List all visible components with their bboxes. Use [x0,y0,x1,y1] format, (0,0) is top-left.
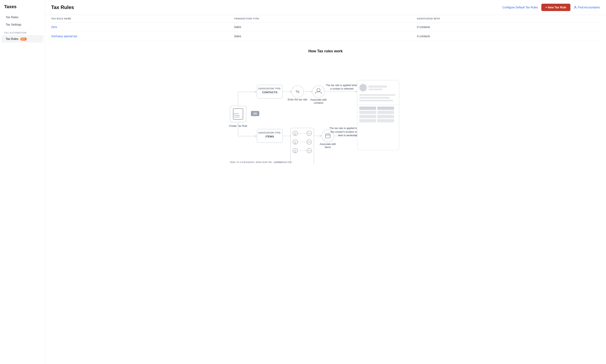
configure-default-tax-rules-button[interactable]: Configure Default Tax Rules [502,6,538,9]
svg-marker-56 [320,135,322,137]
sidebar-item-tax-settings[interactable]: Tax Settings [2,21,43,28]
main-content: Tax Rules Configure Default Tax Rules + … [45,0,606,364]
svg-point-51 [295,152,296,153]
associated-with-germany: 0 contacts [417,35,600,38]
svg-point-70 [359,84,367,91]
svg-text:Enter the tax rate: Enter the tax rate [288,98,307,101]
svg-text:items: items [325,146,331,149]
associated-with-zero: 0 contacts [417,25,600,29]
table-row: Zero Sales 0 contacts [51,23,600,32]
table-header: TAX RULE NAME TRANSACTION TYPE ASSOCIATE… [51,15,600,23]
page-header: Tax Rules Configure Default Tax Rules + … [45,0,606,15]
svg-marker-12 [255,135,257,137]
svg-rect-83 [359,119,376,122]
svg-rect-38 [290,128,314,164]
svg-rect-84 [377,119,394,122]
transaction-type-zero: Sales [234,25,417,29]
sidebar-nav: Tax Rates Tax Settings TAX AUTOMATION Ta… [0,13,45,42]
col-associated-with: ASSOCIATED WITH [417,17,600,20]
sidebar-item-tax-rules[interactable]: Tax Rules NEW [2,35,43,42]
tax-rule-germany-link[interactable]: Germany special tax [51,35,234,38]
svg-text:CONTACTS: CONTACTS [262,91,277,94]
svg-rect-78 [377,106,394,110]
new-badge: NEW [20,38,26,40]
how-section-title: How Tax rules work [308,49,343,53]
tax-rules-diagram: Create Tax Rule OR ASSOCIATION TYPE: [225,62,426,164]
svg-text:ITEMS: ITEMS [265,135,274,138]
svg-text:Note: In a transaction, when b: Note: In a transaction, when both the [230,161,272,164]
svg-rect-74 [359,97,390,99]
svg-rect-73 [359,94,395,96]
svg-rect-80 [377,111,394,114]
svg-rect-72 [369,89,382,90]
svg-point-46 [295,143,296,144]
header-actions: Configure Default Tax Rules + New Tax Ru… [502,4,600,11]
find-accountants-button[interactable]: Find Accountants [574,6,600,9]
svg-rect-75 [359,100,393,102]
svg-text:item is seclected: item is seclected [338,134,357,137]
svg-text:and the: and the [283,161,292,164]
svg-rect-81 [359,115,376,118]
svg-text:%: % [308,149,310,152]
person-icon [574,6,577,9]
svg-text:%: % [296,89,299,94]
svg-marker-32 [355,91,357,92]
svg-point-0 [575,6,576,7]
svg-text:ASSOCIATION TYPE:: ASSOCIATION TYPE: [258,88,281,90]
new-tax-rule-button[interactable]: + New Tax Rule [541,4,570,11]
svg-marker-10 [255,91,257,93]
col-transaction-type: TRANSACTION TYPE [234,17,417,20]
sidebar: Taxes Tax Rates Tax Settings TAX AUTOMAT… [0,0,45,364]
svg-text:contacts: contacts [314,102,323,104]
svg-text:Associate with: Associate with [310,98,327,101]
svg-marker-24 [311,91,312,92]
svg-point-40 [295,134,296,135]
table-row: Germany special tax Sales 0 contacts [51,32,600,41]
app-title: Taxes [0,4,45,13]
svg-rect-77 [359,106,376,110]
svg-rect-82 [377,115,394,118]
svg-text:OR: OR [253,112,257,115]
svg-text:%: % [308,132,310,135]
svg-text:Associate with: Associate with [320,143,336,146]
svg-text:a contact is selected: a contact is selected [330,87,353,90]
sidebar-item-tax-rates[interactable]: Tax Rates [2,13,43,21]
svg-text:%: % [308,141,310,143]
svg-rect-71 [369,85,387,88]
transaction-type-germany: Sales [234,35,417,38]
svg-text:The tax rate is applied when: The tax rate is applied when [326,84,358,87]
svg-text:contact: contact [274,161,283,164]
col-tax-rule-name: TAX RULE NAME [51,17,234,20]
svg-rect-1 [230,106,246,122]
sidebar-section-tax-automation: TAX AUTOMATION [0,28,45,35]
how-tax-rules-section: How Tax rules work Create Tax Rule [45,41,606,171]
svg-text:ASSOCIATION TYPE:: ASSOCIATION TYPE: [258,132,281,134]
svg-rect-79 [359,111,376,114]
page-title: Tax Rules [51,4,74,10]
tax-rule-zero-link[interactable]: Zero [51,25,234,29]
tax-rules-table: TAX RULE NAME TRANSACTION TYPE ASSOCIATE… [45,15,606,41]
